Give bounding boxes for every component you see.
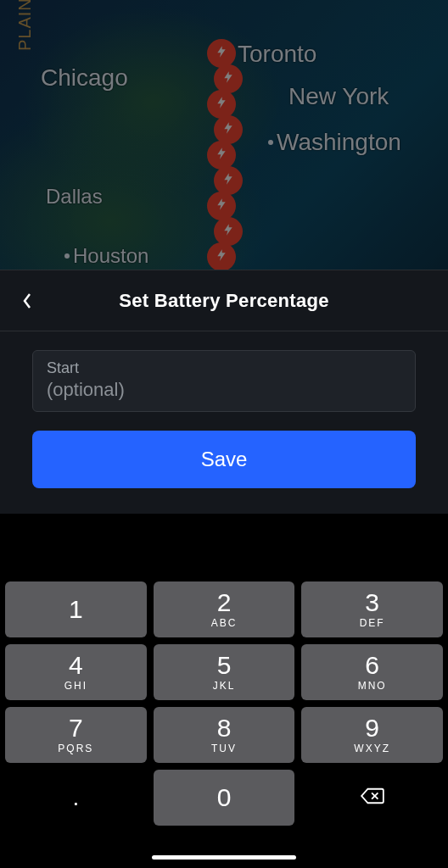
charger-pin[interactable] [207, 192, 236, 220]
bolt-icon [215, 144, 228, 166]
sheet-title: Set Battery Percentage [119, 290, 328, 312]
map-city-label: Washington [268, 129, 401, 156]
city-name: New York [288, 83, 389, 109]
keypad-key-7[interactable]: 7PQRS [5, 707, 147, 763]
map-city-label: Toronto [238, 41, 316, 68]
keypad-key-2[interactable]: 2ABC [154, 581, 295, 637]
charger-pin[interactable] [214, 166, 243, 195]
city-dot-icon [268, 140, 273, 145]
key-letters: PQRS [58, 743, 93, 754]
keypad-key-9[interactable]: 9WXYZ [301, 707, 443, 763]
key-digit: 3 [365, 590, 379, 615]
start-field-label: Start [47, 359, 401, 377]
back-button[interactable] [22, 270, 32, 331]
bolt-icon [215, 195, 228, 217]
map-city-label: Chicago [41, 64, 128, 92]
key-digit: 7 [69, 715, 83, 741]
key-digit: 0 [217, 785, 232, 810]
city-name: Houston [73, 244, 148, 267]
charger-pin[interactable] [207, 39, 236, 68]
bolt-icon [215, 246, 228, 268]
city-name: Washington [277, 129, 401, 155]
map-city-label: Houston [64, 244, 148, 268]
map-city-label: Dallas [46, 185, 103, 209]
charger-pin[interactable] [207, 90, 236, 119]
key-digit: 6 [365, 653, 379, 678]
city-name: Chicago [41, 64, 128, 91]
backspace-icon [360, 787, 385, 809]
key-letters: ABC [211, 617, 238, 629]
key-letters: WXYZ [354, 743, 390, 754]
sheet-header: Set Battery Percentage [0, 270, 448, 331]
sheet-body: Start Save [0, 331, 448, 514]
start-field[interactable]: Start [32, 350, 416, 412]
bolt-icon [215, 93, 228, 115]
charger-pin[interactable] [214, 217, 243, 246]
bolt-icon [221, 119, 235, 141]
city-dot-icon [64, 253, 70, 259]
keypad-key-3[interactable]: 3DEF [301, 581, 443, 637]
home-indicator[interactable] [152, 855, 296, 860]
keypad-key-6[interactable]: 6MNO [301, 644, 443, 700]
keypad-key-5[interactable]: 5JKL [154, 644, 295, 700]
keypad-backspace[interactable] [301, 770, 443, 826]
key-letters: JKL [213, 680, 236, 692]
numeric-keypad: 12ABC3DEF 4GHI5JKL6MNO 7PQRS8TUV9WXYZ .0 [0, 575, 448, 868]
key-letters: DEF [360, 617, 385, 629]
key-digit: 5 [217, 653, 232, 678]
charger-pin[interactable] [207, 242, 236, 271]
city-name: Dallas [46, 185, 103, 208]
bolt-icon [215, 42, 228, 64]
key-digit: 8 [217, 715, 232, 741]
charger-pin[interactable] [214, 64, 243, 93]
city-name: Toronto [238, 41, 316, 67]
key-digit: 2 [217, 590, 232, 615]
key-digit: 9 [365, 715, 379, 741]
charger-pin[interactable] [207, 141, 236, 170]
bolt-icon [221, 170, 235, 192]
key-letters: GHI [64, 680, 87, 692]
keypad-key-0[interactable]: 0 [154, 770, 295, 826]
key-digit: . [72, 786, 79, 810]
charger-pin[interactable] [214, 115, 243, 144]
keypad-dot[interactable]: . [5, 770, 147, 826]
keypad-key-8[interactable]: 8TUV [154, 707, 295, 763]
keypad-key-1[interactable]: 1 [5, 581, 147, 637]
keypad-key-4[interactable]: 4GHI [5, 644, 147, 700]
bolt-icon [221, 68, 235, 90]
map-region-label: PLAINS [15, 0, 35, 51]
bottom-sheet: Set Battery Percentage Start Save [0, 270, 448, 514]
key-digit: 1 [69, 597, 83, 622]
map-background[interactable]: PLAINS TorontoChicagoNew YorkWashingtonD… [0, 0, 448, 270]
save-button[interactable]: Save [32, 431, 416, 488]
start-input[interactable] [47, 379, 401, 401]
map-city-label: New York [288, 83, 389, 110]
key-digit: 4 [69, 653, 83, 678]
key-letters: MNO [358, 680, 387, 692]
key-letters: TUV [211, 743, 237, 754]
bolt-icon [221, 220, 235, 242]
